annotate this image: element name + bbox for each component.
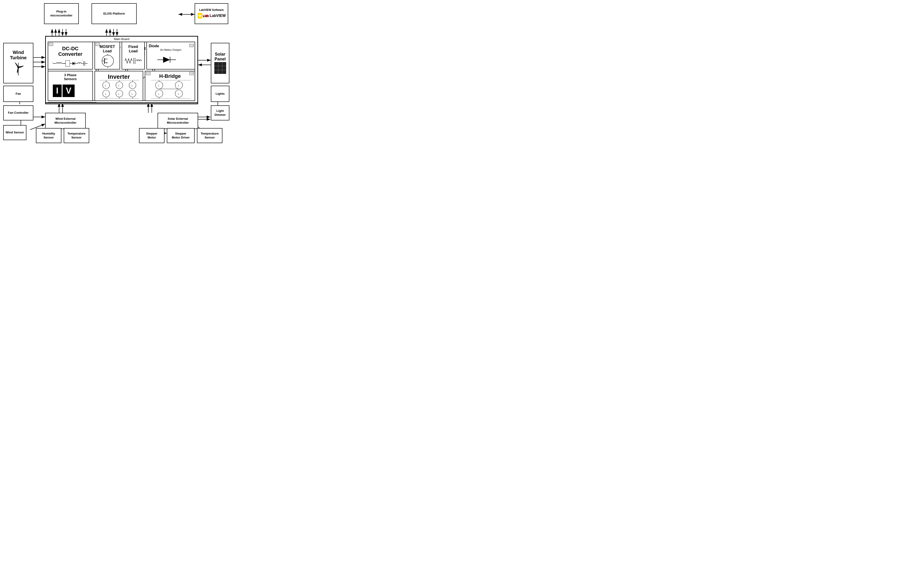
solar-external-micro-label: Solar ExternalMicrocontroller [167, 117, 189, 125]
system-diagram: ELVIS Platform LabVIEW Software Lab VIEW… [0, 0, 232, 145]
solar-panel-icon [214, 62, 227, 74]
temperature-sensor-1-box: TemperatureSensor [64, 128, 89, 143]
mosfet-iv-badge: I V [99, 65, 104, 68]
fixed-load-title: FixedLoad [134, 46, 146, 56]
wind-turbine-box: WindTurbine [3, 43, 33, 83]
diode-iv-badge: I V [189, 43, 194, 46]
solar-external-micro-box: Solar ExternalMicrocontroller [157, 113, 198, 129]
mosfet-title: MOSFETLoad [103, 46, 121, 56]
elvis-platform-label: ELVIS Platform [103, 12, 125, 16]
temperature-sensor-1-label: TemperatureSensor [67, 132, 85, 140]
svg-text:VIEW: VIEW [203, 14, 209, 18]
labview-software-box: LabVIEW Software Lab VIEW LabVIEW [195, 3, 228, 24]
stepper-motor-driver-box: StepperMotor Driver [167, 128, 195, 143]
stepper-motor-label: StepperMotor [146, 132, 157, 140]
svg-text:+: + [85, 81, 87, 83]
main-board: Main Board I V DC-DCConverter [45, 36, 198, 104]
light-dimmer-label: LightDimmer [215, 109, 226, 117]
labview-text: LabVIEW [210, 14, 226, 18]
mosfet-symbol [103, 72, 122, 93]
humidity-sensor-box: HumiditySensor [36, 128, 61, 143]
wind-sensor-label: Wind Sensor [6, 131, 24, 134]
svg-marker-48 [74, 84, 76, 87]
diode-title: Diode [157, 44, 167, 49]
elvis-platform-box: ELVIS Platform [92, 3, 137, 24]
temperature-sensor-2-box: TemperatureSensor [197, 128, 223, 143]
svg-rect-76 [214, 62, 226, 74]
fixed-load-box: FixedLoad [128, 42, 153, 101]
diode-subtitle: (for Battery Charger) [156, 49, 193, 52]
svg-marker-71 [168, 80, 175, 88]
wind-sensor-box: Wind Sensor [3, 125, 26, 140]
temperature-sensor-2-label: TemperatureSensor [201, 132, 219, 140]
wind-turbine-icon [11, 61, 25, 77]
mosfet-load-box: I V MOSFETLoad [98, 42, 126, 101]
fan-label: Fan [16, 92, 21, 96]
lights-label: Lights [216, 92, 225, 96]
diode-symbol [163, 77, 186, 91]
fan-box: Fan [3, 86, 33, 102]
solar-panel-label: SolarPanel [215, 52, 226, 62]
dcdc-converter-box: I V DC-DCConverter [48, 42, 97, 101]
stepper-motor-driver-label: StepperMotor Driver [172, 132, 190, 140]
fixed-load-symbol [131, 71, 150, 95]
stepper-motor-box: StepperMotor [139, 128, 164, 143]
wind-external-micro-box: Wind ExternalMicrocontroller [45, 113, 86, 129]
diode-box: I V Diode (for Battery Charger) [154, 42, 195, 101]
dcdc-title: DC-DCConverter [59, 47, 85, 59]
wind-external-micro-label: Wind ExternalMicrocontroller [54, 117, 77, 125]
humidity-sensor-label: HumiditySensor [42, 132, 55, 140]
svg-text:+: + [53, 87, 54, 89]
wind-turbine-label: WindTurbine [10, 50, 27, 61]
fan-controller-box: Fan Controller [3, 105, 33, 120]
dcdc-circuit: + + [52, 72, 93, 96]
lights-box: Lights [211, 86, 229, 102]
plugin-micro-label: Plug-inmicrocontroller [50, 10, 72, 18]
dcdc-iv-badge: I V [49, 43, 54, 46]
labview-icon: Lab VIEW [197, 13, 209, 19]
light-dimmer-box: LightDimmer [211, 105, 229, 120]
labview-logo: Lab VIEW LabVIEW [197, 13, 226, 19]
plugin-microcontroller-box: Plug-inmicrocontroller [44, 3, 79, 24]
labview-label: LabVIEW Software [199, 8, 224, 11]
fan-controller-label: Fan Controller [8, 111, 29, 115]
solar-panel-box: SolarPanel [211, 43, 229, 83]
main-board-label: Main Board [114, 38, 129, 41]
svg-marker-65 [111, 85, 112, 86]
three-phase-sensors-box [48, 102, 97, 103]
